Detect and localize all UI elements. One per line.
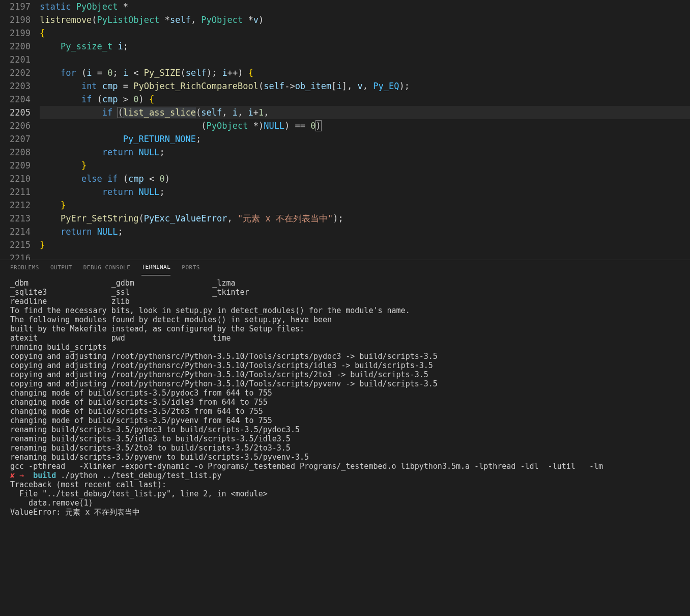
line-number: 2215 — [0, 238, 31, 251]
terminal-line: running build_scripts — [10, 343, 680, 352]
line-number: 2211 — [0, 185, 31, 199]
code-line[interactable]: return NULL; — [40, 146, 690, 159]
code-line[interactable]: return NULL; — [40, 225, 690, 238]
terminal-line: changing mode of build/scripts-3.5/2to3 … — [10, 407, 680, 416]
prompt-error-icon: ✘ — [10, 471, 15, 480]
line-number-gutter: 2197219821992200220122022203220422052206… — [0, 0, 40, 260]
code-line[interactable]: for (i = 0; i < Py_SIZE(self); i++) { — [40, 66, 690, 79]
terminal-line: File "../test_debug/test_list.py", line … — [10, 489, 680, 498]
code-line[interactable]: int cmp = PyObject_RichCompareBool(self-… — [40, 79, 690, 93]
line-number: 2204 — [0, 93, 31, 106]
code-line[interactable]: else if (cmp < 0) — [40, 172, 690, 185]
line-number: 2210 — [0, 172, 31, 185]
code-line[interactable]: if (list_ass_slice(self, i, i+1, — [40, 106, 690, 119]
code-line[interactable]: static PyObject * — [40, 0, 690, 13]
code-line[interactable] — [40, 53, 690, 66]
terminal-line: _sqlite3 _ssl _tkinter — [10, 288, 680, 297]
prompt-arrow-icon: → — [19, 471, 28, 480]
line-number: 2209 — [0, 159, 31, 172]
line-number: 2207 — [0, 132, 31, 146]
code-line[interactable]: listremove(PyListObject *self, PyObject … — [40, 13, 690, 26]
line-number: 2213 — [0, 212, 31, 225]
tab-output[interactable]: OUTPUT — [50, 264, 72, 275]
terminal-line: atexit pwd time — [10, 333, 680, 343]
code-editor[interactable]: 2197219821992200220122022203220422052206… — [0, 0, 690, 260]
line-number: 2208 — [0, 146, 31, 159]
line-number: 2201 — [0, 53, 31, 66]
terminal-line: readline zlib — [10, 297, 680, 306]
terminal-line: ValueError: 元素 x 不在列表当中 — [10, 508, 680, 517]
line-number: 2198 — [0, 13, 31, 26]
terminal-line: data.remove(1) — [10, 498, 680, 508]
tab-terminal[interactable]: TERMINAL — [141, 263, 170, 275]
code-line[interactable]: Py_RETURN_NONE; — [40, 132, 690, 146]
code-area[interactable]: static PyObject *listremove(PyListObject… — [40, 0, 690, 260]
terminal-line: copying and adjusting /root/pythonsrc/Py… — [10, 379, 680, 388]
terminal-line: renaming build/scripts-3.5/2to3 to build… — [10, 443, 680, 453]
line-number: 2214 — [0, 225, 31, 238]
code-line[interactable]: if (cmp > 0) { — [40, 93, 690, 106]
terminal-line: Traceback (most recent call last): — [10, 480, 680, 489]
terminal-line: renaming build/scripts-3.5/pyvenv to bui… — [10, 453, 680, 462]
line-number: 2216 — [0, 251, 31, 260]
panel-tabs: PROBLEMS OUTPUT DEBUG CONSOLE TERMINAL P… — [0, 260, 690, 275]
terminal-line: changing mode of build/scripts-3.5/pyven… — [10, 416, 680, 425]
terminal-line: copying and adjusting /root/pythonsrc/Py… — [10, 370, 680, 379]
terminal-line: To find the necessary bits, look in setu… — [10, 306, 680, 315]
code-line[interactable]: { — [40, 26, 690, 40]
terminal-line: renaming build/scripts-3.5/idle3 to buil… — [10, 434, 680, 443]
code-line[interactable]: PyErr_SetString(PyExc_ValueError, "元素 x … — [40, 212, 690, 225]
code-line[interactable] — [40, 251, 690, 260]
code-line[interactable]: Py_ssize_t i; — [40, 40, 690, 53]
terminal-line: _dbm _gdbm _lzma — [10, 278, 680, 288]
code-line[interactable]: } — [40, 238, 690, 251]
terminal-line: gcc -pthread -Xlinker -export-dynamic -o… — [10, 462, 680, 471]
code-line[interactable]: } — [40, 159, 690, 172]
prompt-command: ./python ../test_debug/test_list.py — [56, 471, 221, 480]
terminal-line: changing mode of build/scripts-3.5/idle3… — [10, 398, 680, 407]
terminal-line: copying and adjusting /root/pythonsrc/Py… — [10, 361, 680, 370]
bottom-panel: PROBLEMS OUTPUT DEBUG CONSOLE TERMINAL P… — [0, 260, 690, 616]
terminal-line: built by the Makefile instead, as config… — [10, 324, 680, 333]
terminal-line: changing mode of build/scripts-3.5/pydoc… — [10, 388, 680, 398]
code-line[interactable]: return NULL; — [40, 185, 690, 199]
line-number: 2200 — [0, 40, 31, 53]
line-number: 2205 — [0, 106, 31, 119]
line-number: 2199 — [0, 26, 31, 40]
tab-debug-console[interactable]: DEBUG CONSOLE — [83, 264, 131, 275]
tab-problems[interactable]: PROBLEMS — [10, 264, 39, 275]
terminal-line: copying and adjusting /root/pythonsrc/Py… — [10, 352, 680, 361]
code-line[interactable]: } — [40, 199, 690, 212]
line-number: 2206 — [0, 119, 31, 132]
line-number: 2202 — [0, 66, 31, 79]
code-line[interactable]: (PyObject *)NULL) == 0) — [40, 119, 690, 132]
line-number: 2203 — [0, 79, 31, 93]
terminal-output[interactable]: _dbm _gdbm _lzma_sqlite3 _ssl _tkinterre… — [0, 275, 690, 616]
terminal-line: The following modules found by detect_mo… — [10, 315, 680, 324]
prompt-cwd: build — [33, 471, 56, 480]
terminal-prompt-line[interactable]: ✘ → build ./python ../test_debug/test_li… — [10, 471, 680, 480]
terminal-line: renaming build/scripts-3.5/pydoc3 to bui… — [10, 425, 680, 434]
line-number: 2197 — [0, 0, 31, 13]
tab-ports[interactable]: PORTS — [182, 264, 200, 275]
line-number: 2212 — [0, 199, 31, 212]
